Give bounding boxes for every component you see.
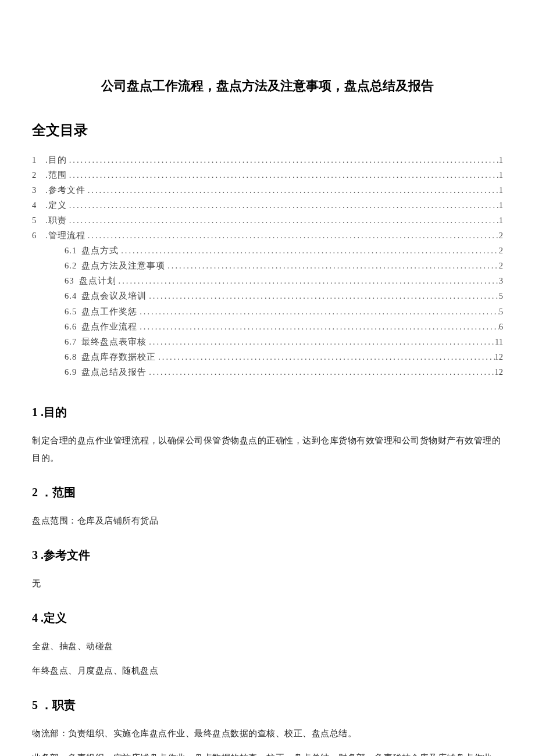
toc-num: 3 — [32, 182, 41, 198]
toc-page: 2 — [499, 228, 503, 243]
toc-leader — [85, 228, 499, 243]
toc-num: 5 — [32, 213, 41, 228]
toc-page: 1 — [499, 182, 503, 198]
toc-leader — [147, 364, 494, 379]
section-body: 制定合理的盘点作业管理流程，以确保公司保管货物盘点的正确性，达到仓库货物有效管理… — [32, 432, 503, 467]
toc-num: 6.8 — [65, 349, 77, 364]
toc-entry: 2 .范围 1 — [32, 167, 503, 182]
toc-page: 1 — [499, 198, 503, 213]
toc-entry: 6.2 盘点方法及注意事项 2 — [65, 258, 503, 273]
section-number: 2 — [32, 486, 38, 499]
toc-label: 盘点作业流程 — [81, 319, 137, 334]
section-body: 无 — [32, 575, 503, 592]
toc-heading: 全文目录 — [32, 119, 503, 141]
toc-num: 63 — [65, 273, 74, 288]
toc-num: 6 — [32, 228, 41, 243]
section-heading-references: 3 .参考文件 — [32, 546, 503, 564]
toc-leader — [67, 167, 499, 182]
toc-num: 6.6 — [65, 319, 77, 334]
toc-num: 1 — [32, 152, 41, 167]
toc-page: 12 — [495, 349, 504, 364]
section-number: 5 — [32, 698, 38, 711]
toc-leader — [156, 349, 494, 364]
toc-leader — [137, 304, 499, 319]
toc-leader — [67, 213, 499, 228]
toc-leader — [67, 152, 499, 167]
section-title: .参考文件 — [41, 549, 90, 561]
toc-num: 4 — [32, 198, 41, 213]
toc-leader — [147, 288, 499, 303]
toc-label: .目的 — [45, 152, 67, 167]
section-body: 物流部：负责组织、实施仓库盘点作业、最终盘点数据的查核、校正、盘点总结。 — [32, 725, 503, 742]
toc-entry: 6.9 盘点总结及报告 12 — [65, 364, 503, 379]
section-heading-definition: 4 .定义 — [32, 608, 503, 627]
section-number: 3 — [32, 549, 38, 561]
toc-leader — [116, 273, 499, 288]
toc-label: 盘点会议及培训 — [81, 288, 147, 303]
section-title: .定义 — [41, 611, 67, 624]
toc-label: 盘点计划 — [79, 273, 116, 288]
toc-num: 2 — [32, 167, 41, 182]
section-number: 4 — [32, 611, 38, 624]
toc-page: 1 — [499, 213, 503, 228]
section-number: 1 — [32, 406, 38, 418]
toc-label: .参考文件 — [45, 182, 85, 198]
toc-subsection: 6.1 盘点方式 2 6.2 盘点方法及注意事项 2 63 盘点计划 3 6.4… — [32, 243, 503, 379]
toc-page: 12 — [495, 364, 504, 379]
toc-entry: 5 .职责 1 — [32, 213, 503, 228]
toc-leader — [137, 319, 499, 334]
toc-label: .定义 — [45, 198, 67, 213]
section-body: 盘点范围：仓库及店铺所有货品 — [32, 512, 503, 529]
toc-label: 盘点工作奖惩 — [81, 304, 137, 319]
toc-entry: 6.6 盘点作业流程 6 — [65, 319, 503, 334]
toc-label: 盘点总结及报告 — [81, 364, 147, 379]
toc-label: .管理流程 — [45, 228, 85, 243]
toc-entry: 6.1 盘点方式 2 — [65, 243, 503, 258]
toc-page: 6 — [499, 319, 503, 334]
toc-entry: 6.5 盘点工作奖惩 5 — [65, 304, 503, 319]
toc-page: 2 — [499, 243, 503, 258]
toc-entry: 1 .目的 1 — [32, 152, 503, 167]
toc-num: 6.2 — [65, 258, 77, 273]
toc-entry: 6.7 最终盘点表审核 11 — [65, 334, 503, 349]
toc-num: 6.5 — [65, 304, 77, 319]
toc-leader — [147, 334, 495, 349]
section-heading-purpose: 1 .目的 — [32, 403, 503, 421]
toc-num: 6.7 — [65, 334, 77, 349]
section-body: 业务部：负责组织、实施店铺盘点作业、盘点数据的核查、校正、盘点总结。财务部：负责… — [32, 749, 503, 756]
toc-num: 6.4 — [65, 288, 77, 303]
toc-page: 2 — [499, 258, 503, 273]
toc-entry: 6.4 盘点会议及培训 5 — [65, 288, 503, 303]
toc-label: 盘点库存数据校正 — [81, 349, 156, 364]
toc-label: 盘点方法及注意事项 — [81, 258, 165, 273]
table-of-contents: 1 .目的 1 2 .范围 1 3 .参考文件 1 4 .定义 1 5 .职责 … — [32, 152, 503, 379]
toc-label: 盘点方式 — [81, 243, 119, 258]
toc-num: 6.1 — [65, 243, 77, 258]
toc-page: 5 — [499, 304, 503, 319]
toc-label: .职责 — [45, 213, 67, 228]
section-heading-scope: 2 ．范围 — [32, 483, 503, 501]
section-title: ．职责 — [41, 698, 76, 711]
toc-leader — [85, 182, 499, 198]
toc-entry: 6 .管理流程 2 — [32, 228, 503, 243]
toc-entry: 6.8 盘点库存数据校正 12 — [65, 349, 503, 364]
toc-label: 最终盘点表审核 — [81, 334, 147, 349]
toc-page: 1 — [499, 152, 503, 167]
toc-page: 1 — [499, 167, 503, 182]
toc-entry: 3 .参考文件 1 — [32, 182, 503, 198]
section-body: 年终盘点、月度盘点、随机盘点 — [32, 662, 503, 679]
toc-page: 11 — [495, 334, 503, 349]
document-title: 公司盘点工作流程，盘点方法及注意事项，盘点总结及报告 — [32, 76, 503, 96]
section-heading-responsibility: 5 ．职责 — [32, 696, 503, 714]
toc-entry: 4 .定义 1 — [32, 198, 503, 213]
toc-num: 6.9 — [65, 364, 77, 379]
toc-page: 3 — [499, 273, 503, 288]
toc-entry: 63 盘点计划 3 — [65, 273, 503, 288]
section-body: 全盘、抽盘、动碰盘 — [32, 637, 503, 655]
toc-leader — [165, 258, 499, 273]
section-title: .目的 — [41, 406, 67, 418]
toc-leader — [67, 198, 499, 213]
toc-label: .范围 — [45, 167, 67, 182]
section-title: ．范围 — [41, 486, 76, 499]
toc-leader — [119, 243, 499, 258]
